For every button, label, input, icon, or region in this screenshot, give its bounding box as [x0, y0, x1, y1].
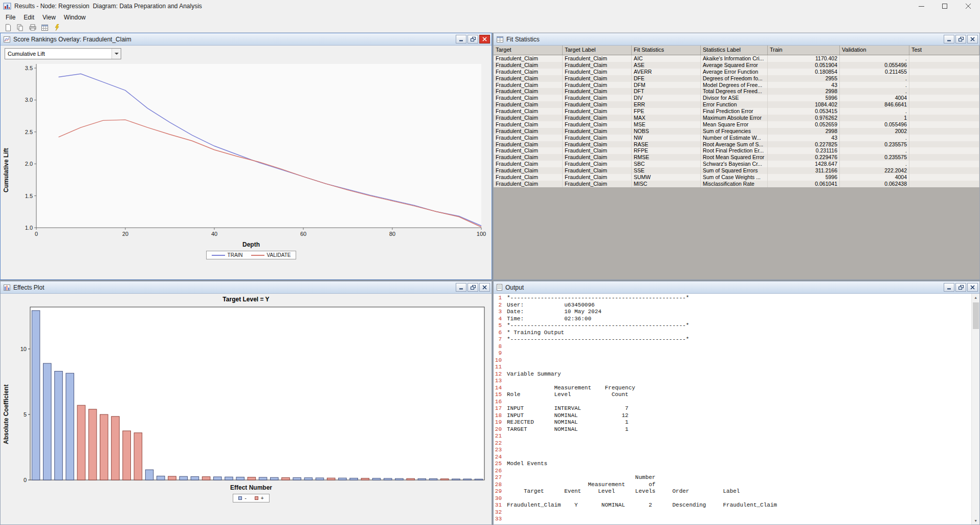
- fit-table-row[interactable]: Fraudulent_ClaimFraudulent_ClaimRASERoot…: [494, 141, 979, 148]
- window-close-button[interactable]: [956, 0, 980, 12]
- fit-cell: Number of Estimate W...: [701, 135, 768, 141]
- legend-label: -: [244, 495, 246, 501]
- fit-cell: [909, 161, 979, 167]
- fit-table-row[interactable]: Fraudulent_ClaimFraudulent_ClaimDFMModel…: [494, 82, 979, 89]
- score-rankings-titlebar[interactable]: Score Rankings Overlay: Fraudulent_Claim: [1, 33, 492, 46]
- print-button[interactable]: [27, 23, 38, 32]
- panel-restore-button[interactable]: [955, 283, 966, 292]
- fit-column-header[interactable]: Train: [768, 46, 840, 55]
- scrollbar-thumb[interactable]: [973, 302, 979, 329]
- fit-cell: Root Final Prediction Er...: [701, 147, 768, 154]
- fit-table-row[interactable]: Fraudulent_ClaimFraudulent_ClaimMAXMaxim…: [494, 115, 979, 121]
- score-rankings-window: Score Rankings Overlay: Fraudulent_Claim: [0, 33, 492, 280]
- chevron-down-icon[interactable]: [112, 49, 121, 59]
- panel-title: Output: [505, 284, 940, 291]
- window-maximize-button[interactable]: [933, 0, 956, 12]
- fit-table-row[interactable]: Fraudulent_ClaimFraudulent_ClaimASEAvera…: [494, 62, 979, 69]
- panel-minimize-button[interactable]: [944, 35, 954, 43]
- fit-statistics-body: TargetTarget LabelFit StatisticsStatisti…: [494, 46, 979, 279]
- panel-restore-button[interactable]: [467, 35, 478, 43]
- menu-edit[interactable]: Edit: [19, 13, 38, 22]
- score-legend: TRAINVALIDATE: [206, 251, 297, 259]
- fit-cell: 2955: [768, 75, 840, 82]
- output-line-number: 2: [495, 302, 507, 309]
- fit-table-row[interactable]: Fraudulent_ClaimFraudulent_ClaimDIVDivis…: [494, 95, 979, 101]
- menu-file[interactable]: File: [2, 13, 19, 22]
- menu-view[interactable]: View: [38, 13, 60, 22]
- fit-table-row[interactable]: Fraudulent_ClaimFraudulent_ClaimRFPERoot…: [494, 147, 979, 154]
- copy-button[interactable]: [15, 23, 26, 32]
- fit-cell: Fraudulent_Claim: [494, 154, 563, 161]
- output-text-area[interactable]: 1*--------------------------------------…: [495, 295, 971, 524]
- fit-cell: Fraudulent_Claim: [494, 135, 563, 141]
- scroll-down-icon[interactable]: ▼: [972, 517, 979, 524]
- scroll-up-icon[interactable]: ▲: [972, 294, 979, 301]
- fit-table-row[interactable]: Fraudulent_ClaimFraudulent_ClaimSUMWSum …: [494, 174, 979, 181]
- fit-column-header[interactable]: Statistics Label: [701, 46, 768, 55]
- panel-close-button[interactable]: [967, 283, 978, 292]
- fit-column-header[interactable]: Validation: [840, 46, 909, 55]
- fit-cell: .: [840, 108, 909, 115]
- fit-cell: 2002: [840, 128, 909, 135]
- fit-table-row[interactable]: Fraudulent_ClaimFraudulent_ClaimRMSERoot…: [494, 154, 979, 161]
- document-icon: [5, 24, 11, 31]
- fit-cell: 311.2166: [768, 167, 840, 174]
- panel-minimize-button[interactable]: [944, 283, 954, 292]
- output-line: 32: [495, 509, 971, 516]
- svg-text:40: 40: [211, 231, 217, 237]
- fit-table-row[interactable]: Fraudulent_ClaimFraudulent_ClaimDFTTotal…: [494, 88, 979, 95]
- output-line: 13: [495, 378, 971, 385]
- fit-table-row[interactable]: Fraudulent_ClaimFraudulent_ClaimFPEFinal…: [494, 108, 979, 115]
- panel-minimize-button[interactable]: [456, 35, 466, 43]
- fit-table-row[interactable]: Fraudulent_ClaimFraudulent_ClaimSSESum o…: [494, 167, 979, 174]
- fit-cell: Fraudulent_Claim: [563, 135, 632, 141]
- fit-table-row[interactable]: Fraudulent_ClaimFraudulent_ClaimMSEMean …: [494, 121, 979, 128]
- fit-table-row[interactable]: Fraudulent_ClaimFraudulent_ClaimDFEDegre…: [494, 75, 979, 82]
- panel-restore-button[interactable]: [467, 283, 478, 292]
- fit-statistics-titlebar[interactable]: Fit Statistics: [494, 33, 979, 46]
- panel-minimize-button[interactable]: [456, 283, 466, 292]
- panel-close-button[interactable]: [479, 35, 490, 43]
- svg-text:1.5: 1.5: [25, 193, 33, 199]
- window-titlebar[interactable]: Results - Node: Regression Diagram: Data…: [0, 0, 980, 12]
- restore-icon: [959, 285, 964, 290]
- new-document-button[interactable]: [3, 23, 13, 32]
- restore-icon: [959, 37, 964, 42]
- fit-column-header[interactable]: Target: [494, 46, 563, 55]
- lift-metric-dropdown[interactable]: Cumulative Lift: [5, 48, 121, 59]
- fit-table-row[interactable]: Fraudulent_ClaimFraudulent_ClaimERRError…: [494, 101, 979, 108]
- fit-table-row[interactable]: Fraudulent_ClaimFraudulent_ClaimSBCSchwa…: [494, 161, 979, 167]
- legend-swatch: [212, 255, 225, 256]
- fit-column-header[interactable]: Test: [909, 46, 979, 55]
- fit-table-row[interactable]: Fraudulent_ClaimFraudulent_ClaimAVERRAve…: [494, 69, 979, 75]
- fit-column-header[interactable]: Fit Statistics: [632, 46, 701, 55]
- run-button[interactable]: [52, 23, 62, 32]
- output-line-text: Number: [507, 474, 655, 482]
- output-titlebar[interactable]: Output: [494, 281, 979, 294]
- panel-close-button[interactable]: [967, 35, 978, 43]
- fit-table-row[interactable]: Fraudulent_ClaimFraudulent_ClaimNWNumber…: [494, 135, 979, 141]
- output-line-number: 14: [495, 385, 507, 392]
- fit-table-row[interactable]: Fraudulent_ClaimFraudulent_ClaimAICAkaik…: [494, 55, 979, 62]
- fit-column-header[interactable]: Target Label: [563, 46, 632, 55]
- effects-x-axis-label: Effect Number: [230, 484, 272, 492]
- output-line: 29 Target Event Level Levels Order Label: [495, 488, 971, 495]
- fit-table-row[interactable]: Fraudulent_ClaimFraudulent_ClaimNOBSSum …: [494, 128, 979, 135]
- panel-close-button[interactable]: [479, 283, 490, 292]
- legend-item: -: [238, 495, 246, 501]
- window-minimize-button[interactable]: [909, 0, 933, 12]
- panel-restore-button[interactable]: [955, 35, 966, 43]
- legend-item: VALIDATE: [251, 252, 291, 258]
- fit-cell: ERR: [632, 101, 701, 108]
- menu-window[interactable]: Window: [60, 13, 90, 22]
- output-line: 22: [495, 440, 971, 447]
- fit-cell: [909, 95, 979, 101]
- output-scrollbar[interactable]: ▲ ▼: [971, 294, 979, 524]
- output-line: 24: [495, 454, 971, 461]
- output-line-number: 6: [495, 330, 507, 337]
- fit-table-row[interactable]: Fraudulent_ClaimFraudulent_ClaimMISCMisc…: [494, 181, 979, 187]
- table-view-button[interactable]: [39, 23, 50, 32]
- effects-plot-window: Effects Plot Target Level = Y A: [0, 281, 492, 525]
- legend-label: VALIDATE: [267, 252, 291, 258]
- effects-plot-titlebar[interactable]: Effects Plot: [1, 281, 492, 294]
